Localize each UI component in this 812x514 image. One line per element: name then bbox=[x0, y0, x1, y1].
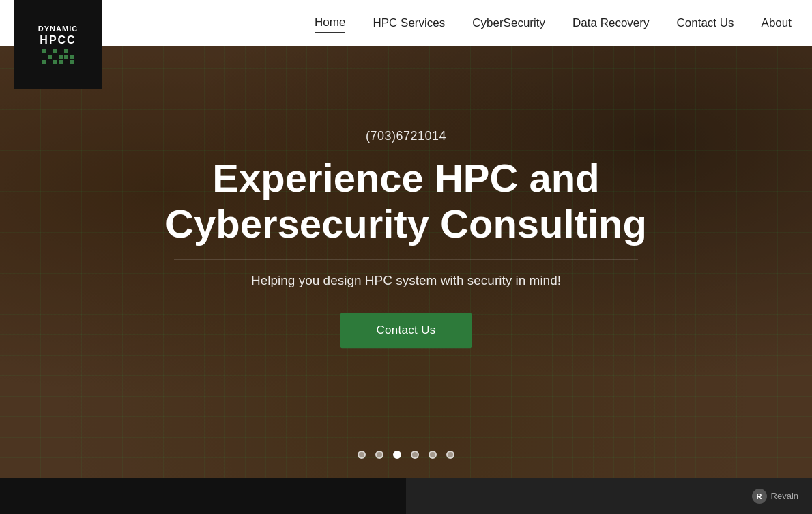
logo-text-dynamic: DYNAMIC bbox=[38, 25, 78, 33]
nav-links: Home HPC Services CyberSecurity Data Rec… bbox=[315, 13, 792, 33]
logo-pixel-art bbox=[42, 49, 74, 64]
navbar: DYNAMIC HPCC bbox=[0, 0, 812, 46]
hero-divider bbox=[174, 259, 638, 260]
carousel-dot-0[interactable] bbox=[358, 451, 366, 459]
carousel-dot-4[interactable] bbox=[429, 451, 437, 459]
hero-cta-button[interactable]: Contact Us bbox=[340, 313, 471, 349]
carousel-dot-2[interactable] bbox=[393, 451, 401, 459]
carousel-dots bbox=[358, 451, 454, 459]
nav-link-cybersecurity[interactable]: CyberSecurity bbox=[472, 14, 545, 33]
nav-link-about[interactable]: About bbox=[762, 14, 792, 33]
hero-subtitle: Helping you design HPC system with secur… bbox=[133, 274, 679, 289]
hero-content: (703)6721014 Experience HPC and Cybersec… bbox=[133, 129, 679, 348]
nav-link-contact-us[interactable]: Contact Us bbox=[676, 14, 734, 33]
hero-phone: (703)6721014 bbox=[133, 129, 679, 143]
revain-label: Revain bbox=[771, 491, 798, 501]
logo-text-hpcc: HPCC bbox=[40, 34, 76, 46]
revain-icon: R bbox=[752, 489, 767, 504]
hero-title: Experience HPC and Cybersecurity Consult… bbox=[133, 156, 679, 246]
carousel-dot-1[interactable] bbox=[375, 451, 383, 459]
carousel-dot-3[interactable] bbox=[411, 451, 419, 459]
revain-badge: R Revain bbox=[752, 489, 798, 504]
hero-section: (703)6721014 Experience HPC and Cybersec… bbox=[0, 0, 812, 478]
logo[interactable]: DYNAMIC HPCC bbox=[14, 0, 102, 89]
nav-link-data-recovery[interactable]: Data Recovery bbox=[572, 14, 649, 33]
bottom-strip: R Revain bbox=[406, 478, 812, 514]
carousel-dot-5[interactable] bbox=[446, 451, 454, 459]
nav-link-home[interactable]: Home bbox=[315, 13, 345, 33]
nav-link-hpc-services[interactable]: HPC Services bbox=[373, 14, 445, 33]
